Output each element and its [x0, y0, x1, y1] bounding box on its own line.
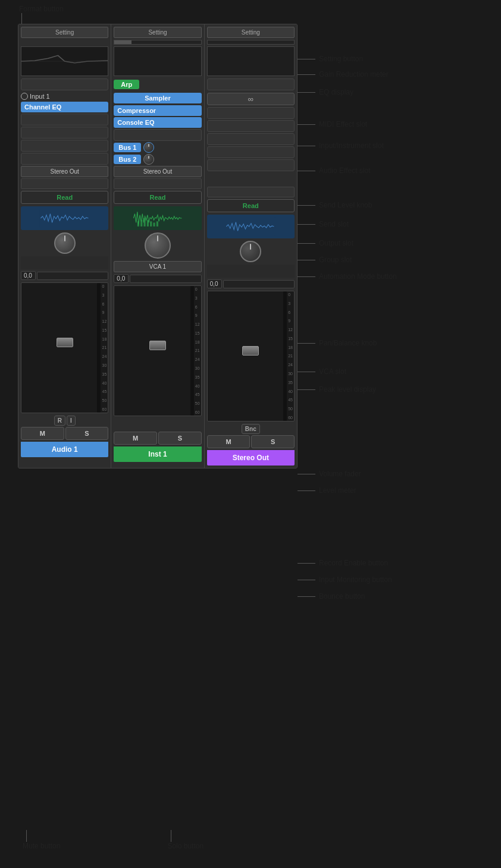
vca-slot-ch2[interactable]: VCA 1 [114, 261, 201, 272]
peak-value-ch2: 0,0 [114, 274, 129, 283]
send-level-knob-bus1[interactable] [143, 142, 154, 153]
fader-area-ch2: 036912 1518212430 3540455060 [114, 285, 201, 416]
input-monitor-btn-ch1[interactable]: I [67, 416, 76, 426]
midi-effect-btn-ch2[interactable]: Arp [114, 80, 139, 89]
svg-rect-4 [137, 221, 139, 227]
mute-bottom-annotation: Mute button [23, 830, 60, 850]
level-meter-ch2 [190, 286, 194, 416]
mute-solo-ch3: M S [207, 435, 295, 448]
peak-value-ch1: 0,0 [21, 271, 36, 280]
level-meter-ch1 [97, 283, 101, 413]
fader-track-ch1: 036912 1518212430 3540455060 [21, 282, 108, 413]
mute-btn-ch1[interactable]: M [21, 427, 64, 440]
bottom-annotations: Mute button Solo button [23, 830, 203, 850]
waveform-ch3 [207, 215, 295, 238]
send-bus2-btn[interactable]: Bus 2 [114, 155, 141, 164]
setting-button-callout-text: Setting button [315, 55, 363, 63]
effects-ch2: Compressor Console EQ [114, 105, 201, 142]
svg-rect-6 [144, 218, 146, 227]
output-slot-callout: Output slot [298, 239, 353, 247]
peak-value-ch3: 0,0 [207, 279, 222, 288]
send-slot-callout: Send slot [298, 220, 349, 228]
peak-display-ch2: 0,0 [114, 274, 201, 283]
group-slot-callout-text: Group slot [315, 256, 352, 264]
channel-name-ch3: Stereo Out [207, 450, 295, 466]
record-enable-btn-ch1[interactable]: R [54, 416, 65, 426]
channel-eq-btn[interactable]: Channel EQ [21, 102, 108, 112]
channel-name-ch1: Audio 1 [21, 442, 108, 457]
peak-level-callout-text: Peak level display [315, 385, 376, 394]
gain-reduction-callout: Gain Reduction meter [298, 70, 389, 78]
gain-reduction-meter-ch3 [207, 40, 295, 45]
channel-stereoout: Setting ∞ [205, 24, 297, 468]
midi-effect-callout-text: MIDI Effect slot [315, 120, 367, 128]
input-circle-ch1 [21, 93, 28, 100]
volume-fader-callout: Volume fader [298, 470, 361, 478]
effect-slot-empty-ch2 [114, 129, 201, 141]
solo-btn-ch1[interactable]: S [65, 427, 109, 440]
link-icon: ∞ [207, 93, 295, 105]
send-slot-2-ch2: Bus 2 [114, 154, 201, 165]
group-slot-ch1 [21, 178, 108, 189]
output-slot-ch1[interactable]: Stereo Out [21, 166, 108, 177]
pan-knob-container-ch1 [21, 232, 108, 254]
transport-placeholder-ch2 [114, 419, 201, 432]
solo-btn-ch2[interactable]: S [158, 432, 202, 445]
pan-knob-ch2[interactable] [145, 232, 171, 259]
vca-slot-empty-ch3 [207, 265, 295, 278]
vca-slot-callout-text: VCA slot [315, 367, 346, 376]
solo-btn-ch3[interactable]: S [251, 435, 295, 448]
automation-btn-ch3[interactable]: Read [207, 199, 295, 212]
setting-button-ch3[interactable]: Setting [207, 27, 295, 38]
midi-effect-callout: MIDI Effect slot [298, 120, 367, 128]
output-slot-callout-text: Output slot [315, 239, 353, 247]
output-slot-ch2[interactable]: Stereo Out [114, 166, 201, 177]
level-meter-ch3 [283, 291, 287, 421]
compressor-btn[interactable]: Compressor [114, 105, 201, 116]
fader-scale-ch3: 036912 1518212430 3540455060 [288, 291, 293, 421]
eq-display-ch1 [21, 46, 108, 76]
group-slot-ch2 [114, 178, 201, 189]
volume-fader-callout-text: Volume fader [315, 470, 361, 478]
peak-display-ch3: 0,0 [207, 279, 295, 288]
sends-ch2: Bus 1 Bus 2 [114, 142, 201, 166]
eq-display-ch2 [114, 46, 201, 76]
group-slot-ch3 [207, 187, 295, 197]
vca-slot-callout: VCA slot [298, 367, 346, 376]
setting-button-ch1[interactable]: Setting [21, 27, 108, 38]
peak-bar-ch3 [223, 280, 295, 288]
pan-knob-ch1[interactable] [54, 232, 76, 254]
automation-btn-ch1[interactable]: Read [21, 191, 108, 204]
format-button-annotation: Format button [19, 5, 64, 13]
audio-effect-callout-text: Audio Effect slot [315, 166, 371, 175]
instrument-btn-ch2[interactable]: Sampler [114, 93, 201, 103]
volume-fader-ch1[interactable] [57, 338, 73, 347]
send-bus1-btn[interactable]: Bus 1 [114, 143, 141, 152]
svg-rect-5 [140, 220, 142, 227]
send-level-knob-callout-text: Send Level knob [315, 201, 372, 209]
volume-fader-ch2[interactable] [149, 341, 166, 350]
eq-display-callout: EQ display [298, 88, 353, 96]
send-level-knob-bus2[interactable] [143, 154, 154, 165]
send-level-knob-callout: Send Level knob [298, 201, 372, 209]
bounce-btn-ch3[interactable]: Bnc [242, 424, 260, 434]
mute-btn-ch2[interactable]: M [114, 432, 157, 445]
effect-empty-1-ch3 [207, 107, 295, 119]
record-enable-callout-text: Record Enable button [315, 559, 388, 567]
solo-annotation-label: Solo button [167, 842, 203, 850]
automation-mode-callout: Automation Mode button [298, 272, 397, 281]
pan-knob-ch3[interactable] [240, 241, 261, 262]
send-empty-2-ch3 [207, 159, 295, 171]
volume-fader-ch3[interactable] [242, 346, 259, 356]
automation-btn-ch2[interactable]: Read [114, 191, 201, 204]
svg-rect-10 [156, 221, 158, 227]
input-instrument-callout-text: Input/Instrument slot [315, 141, 384, 150]
level-meter-callout: Level meter [298, 486, 356, 495]
console-eq-btn[interactable]: Console EQ [114, 117, 201, 128]
eq-display-ch3 [207, 46, 295, 76]
transport-btns-ch1: R I [21, 416, 108, 426]
peak-display-ch1: 0,0 [21, 271, 108, 280]
setting-button-ch2[interactable]: Setting [114, 27, 201, 38]
midi-slot-ch2: Arp [114, 78, 201, 91]
mute-btn-ch3[interactable]: M [207, 435, 250, 448]
